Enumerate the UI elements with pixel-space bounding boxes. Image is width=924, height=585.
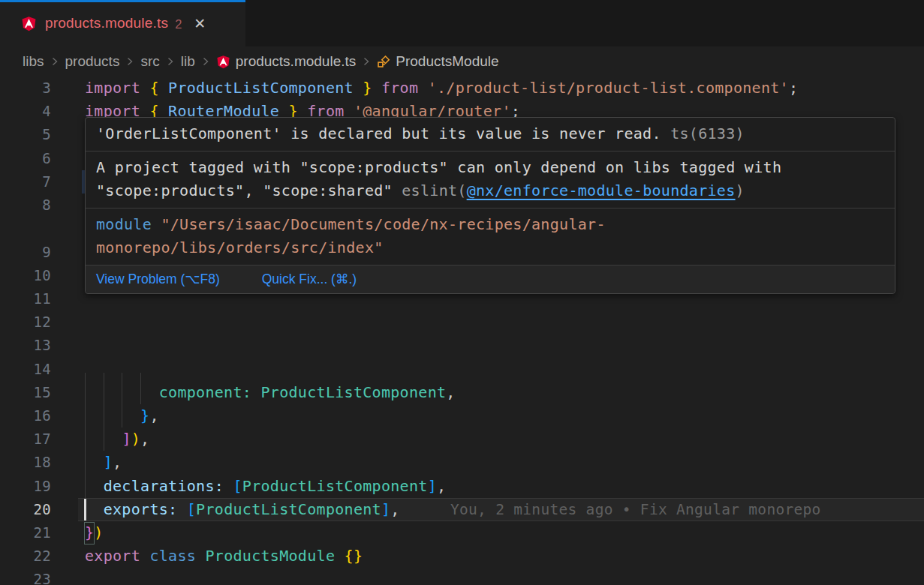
line-number-23[interactable]: 23 [0, 568, 51, 585]
chevron-right-icon [363, 56, 370, 68]
tab-badge: 2 [175, 17, 182, 32]
angular-icon [21, 16, 37, 32]
chevron-right-icon [126, 56, 134, 68]
hover-text-line: A project tagged with "scope:products" c… [96, 156, 884, 179]
line-number-22[interactable]: 22 [0, 544, 51, 568]
line-number-19[interactable]: 19 [0, 475, 51, 498]
class-icon [377, 55, 390, 68]
line-number-5[interactable]: 5 [0, 123, 51, 146]
indent-guide [140, 373, 141, 381]
line-number-9[interactable]: 9 [0, 241, 51, 264]
breadcrumb-item-src[interactable]: src [140, 53, 159, 70]
breadcrumb-item-products[interactable]: products [65, 53, 120, 70]
hover-section-ts-diagnostic: 'OrderListComponent' is declared but its… [86, 118, 895, 151]
hover-text-line: "scope:products", "scope:shared" eslint(… [96, 179, 884, 202]
line-number-15[interactable]: 15 [0, 381, 51, 404]
indent-guide [104, 373, 104, 381]
breadcrumb-item-products-module-ts[interactable]: products.module.ts [216, 53, 357, 70]
hover-action-quick-fix[interactable]: Quick Fix... (⌘.) [262, 272, 357, 287]
line-number-10[interactable]: 10 [0, 264, 51, 287]
line-number-16[interactable]: 16 [0, 404, 51, 428]
hover-section-eslint-diagnostic: A project tagged with "scope:products" c… [86, 151, 895, 208]
line-number-12[interactable]: 12 [0, 310, 51, 334]
chevron-right-icon [167, 56, 174, 68]
hover-text-line: 'OrderListComponent' is declared but its… [96, 122, 884, 146]
code-line-3[interactable]: import { ProductListComponent } from './… [85, 76, 798, 100]
breadcrumb: libsproductssrclibproducts.module.tsProd… [0, 46, 924, 76]
line-number-18[interactable]: 18 [0, 451, 51, 474]
tab-bar: products.module.ts 2 ✕ [0, 0, 924, 46]
line-number-7[interactable]: 7 [0, 170, 51, 194]
line-number-13[interactable]: 13 [0, 334, 51, 357]
git-blame-annotation: You, 2 minutes ago • Fix Angular monorep… [450, 498, 821, 521]
tab-title: products.module.ts [45, 15, 168, 32]
hover-text-line: module "/Users/isaac/Documents/code/nx-r… [96, 213, 884, 236]
indent-guide [122, 373, 122, 381]
active-tab-indicator [0, 0, 245, 2]
code-line-17[interactable]: ]), [85, 428, 149, 451]
line-number-17[interactable]: 17 [0, 428, 51, 451]
line-number-4[interactable]: 4 [0, 100, 51, 123]
eslint-rule-link[interactable]: @nx/enforce-module-boundaries [467, 182, 736, 200]
chevron-right-icon [51, 56, 59, 68]
line-number-6[interactable]: 6 [0, 147, 51, 170]
breadcrumb-item-libs[interactable]: libs [23, 53, 44, 70]
code-line-20[interactable]: exports: [ProductListComponent], [85, 498, 400, 521]
breadcrumb-item-productsmodule[interactable]: ProductsModule [377, 53, 498, 70]
indent-guide [85, 373, 86, 381]
line-number-8[interactable]: 8 [0, 194, 51, 217]
hover-action-view-problem-f8[interactable]: View Problem (⌥F8) [96, 272, 220, 287]
tab-products-module[interactable]: products.module.ts 2 ✕ [0, 0, 245, 46]
hover-status-bar: View Problem (⌥F8)Quick Fix... (⌘.) [86, 265, 895, 293]
code-line-16[interactable]: }, [85, 404, 159, 428]
angular-icon [216, 55, 230, 69]
breadcrumb-item-lib[interactable]: lib [181, 53, 195, 70]
code-line-19[interactable]: declarations: [ProductListComponent], [85, 475, 446, 498]
code-line-22[interactable]: export class ProductsModule {} [85, 544, 363, 568]
line-number-21[interactable]: 21 [0, 521, 51, 544]
line-number-3[interactable]: 3 [0, 76, 51, 100]
text-cursor [84, 499, 86, 520]
hover-text-line: monorepo/libs/orders/src/index" [96, 236, 884, 260]
line-number-20[interactable]: 20 [0, 498, 51, 521]
hover-section-module-path: module "/Users/isaac/Documents/code/nx-r… [86, 208, 895, 265]
bracket-match-box [84, 522, 95, 544]
diagnostic-hover: 'OrderListComponent' is declared but its… [85, 117, 895, 294]
line-number-11[interactable]: 11 [0, 287, 51, 310]
line-number-14[interactable]: 14 [0, 358, 51, 381]
close-icon[interactable]: ✕ [194, 15, 206, 32]
code-line-18[interactable]: ], [85, 451, 122, 474]
vscode-window: products.module.ts 2 ✕ libsproductssrcli… [0, 0, 924, 585]
chevron-right-icon [202, 56, 209, 68]
code-line-15[interactable]: component: ProductListComponent, [85, 381, 456, 404]
